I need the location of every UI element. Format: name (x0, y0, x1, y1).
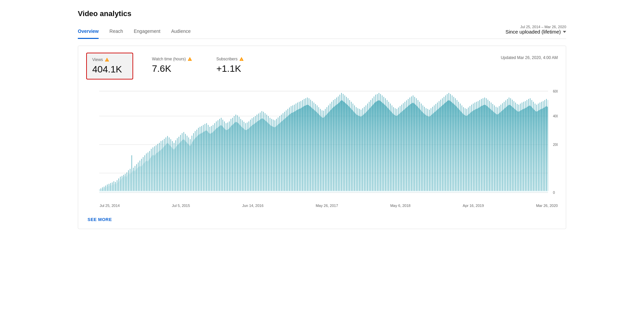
analytics-card: Views ! 404.1K Watch time (hours) (78, 46, 566, 229)
tab-overview[interactable]: Overview (78, 25, 99, 39)
warning-icon-watchtime: ! (187, 57, 192, 61)
x-label-3: Jun 14, 2016 (242, 204, 264, 208)
metric-subscribers[interactable]: Subscribers ! +1.1K (211, 53, 258, 79)
warning-icon-views: ! (105, 57, 109, 62)
metric-watchtime-label: Watch time (hours) ! (152, 57, 192, 61)
date-range-selector[interactable]: Jul 25, 2014 – Mar 26, 2020 Since upload… (505, 25, 566, 39)
svg-text:400: 400 (553, 114, 558, 118)
x-label-2: Jul 5, 2015 (172, 204, 190, 208)
tab-reach[interactable]: Reach (109, 25, 123, 39)
x-axis-labels: Jul 25, 2014 Jul 5, 2015 Jun 14, 2016 Ma… (86, 202, 558, 213)
header-row: Overview Reach Engagement Audience Jul 2… (78, 25, 566, 39)
svg-text:0: 0 (553, 190, 555, 195)
date-range-value: Since uploaded (lifetime) (505, 29, 566, 35)
warning-icon-subscribers: ! (239, 57, 244, 61)
x-label-7: Mar 26, 2020 (536, 204, 558, 208)
x-label-6: Apr 16, 2019 (463, 204, 484, 208)
tab-engagement[interactable]: Engagement (134, 25, 160, 39)
metric-subscribers-value: +1.1K (216, 63, 253, 74)
metrics-left: Views ! 404.1K Watch time (hours) (86, 53, 258, 79)
metric-views-label: Views ! (92, 57, 127, 62)
svg-text:!: ! (241, 58, 242, 61)
metric-watch-time[interactable]: Watch time (hours) ! 7.6K (147, 53, 198, 79)
metric-subscribers-label: Subscribers ! (216, 57, 253, 61)
metric-views-value: 404.1K (92, 64, 127, 75)
x-label-4: May 26, 2017 (316, 204, 338, 208)
chevron-down-icon (563, 31, 566, 33)
page-title: Video analytics (78, 9, 566, 18)
see-more-link[interactable]: SEE MORE (88, 213, 112, 229)
metric-watchtime-value: 7.6K (152, 63, 192, 74)
tab-audience[interactable]: Audience (171, 25, 191, 39)
date-range-text: Jul 25, 2014 – Mar 26, 2020 (520, 25, 566, 29)
svg-text:!: ! (190, 58, 190, 61)
chart-container: 600 400 200 0 (86, 88, 558, 202)
x-label-1: Jul 25, 2014 (100, 204, 120, 208)
updated-timestamp: Updated Mar 26, 2020, 4:00 AM (501, 53, 558, 60)
metrics-row: Views ! 404.1K Watch time (hours) (86, 53, 558, 79)
chart-svg: 600 400 200 0 (86, 88, 558, 202)
svg-text:600: 600 (553, 89, 558, 93)
tabs-container: Overview Reach Engagement Audience (78, 25, 191, 39)
x-label-5: May 6, 2018 (390, 204, 411, 208)
svg-text:200: 200 (553, 143, 558, 147)
svg-text:!: ! (107, 59, 107, 61)
metric-views[interactable]: Views ! 404.1K (86, 53, 133, 79)
